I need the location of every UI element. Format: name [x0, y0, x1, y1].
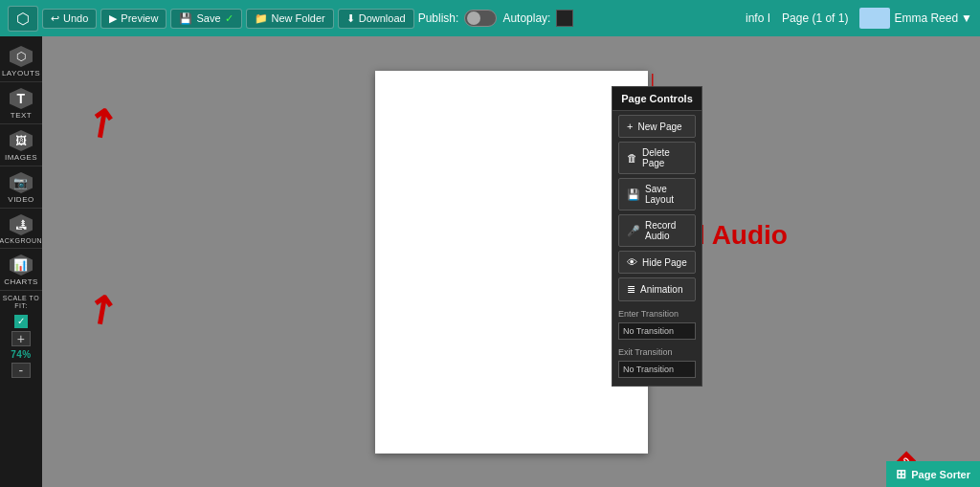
user-dropdown-icon: ▼ — [961, 11, 972, 25]
user-name: Emma Reed — [894, 11, 958, 25]
page-sorter-button[interactable]: ⊞ Page Sorter — [886, 461, 980, 487]
delete-page-icon: 🗑 — [627, 152, 637, 164]
info-link[interactable]: info I — [746, 11, 770, 25]
slide-canvas[interactable] — [375, 71, 648, 454]
arrow-left-top: ↙ — [77, 98, 128, 152]
new-page-button[interactable]: + New Page — [618, 115, 696, 138]
autoplay-label: Autoplay: — [502, 11, 550, 25]
hide-page-button[interactable]: 👁 Hide Page — [618, 251, 696, 274]
canvas-area[interactable]: ↓ ↙ ↙ Page Controls + New Page 🗑 Delete … — [42, 36, 980, 487]
images-icon: 🖼 — [10, 130, 33, 151]
publish-area: Publish: Autoplay: — [418, 10, 574, 27]
autoplay-checkbox[interactable] — [556, 10, 573, 27]
enter-transition-section: Enter Transition No Transition — [612, 305, 702, 343]
save-layout-button[interactable]: 💾 Save Layout — [618, 178, 696, 210]
save-layout-icon: 💾 — [627, 188, 640, 201]
download-label: Download — [359, 12, 406, 24]
hide-page-icon: 👁 — [627, 256, 637, 268]
sidebar: ⬡ LAYOUTS T TEXT 🖼 IMAGES 📷 VIDEO 🏞 BACK… — [0, 36, 42, 487]
hide-page-label: Hide Page — [642, 257, 687, 268]
sidebar-item-charts[interactable]: 📊 CHARTS — [0, 249, 42, 291]
new-page-icon: + — [627, 121, 633, 132]
exit-transition-section: Exit Transition No Transition — [612, 343, 702, 386]
arrow-left-bottom: ↙ — [77, 284, 128, 339]
background-icon: 🏞 — [10, 214, 33, 235]
charts-icon: 📊 — [10, 255, 33, 276]
undo-button[interactable]: ↩ Undo — [42, 9, 97, 29]
preview-button[interactable]: ▶ Preview — [100, 9, 167, 29]
sidebar-item-text[interactable]: T TEXT — [0, 82, 42, 124]
exit-transition-select[interactable]: No Transition — [618, 361, 696, 378]
toolbar: ⬡ ↩ Undo ▶ Preview 💾 Save ✓ 📁 New Folder… — [0, 0, 980, 36]
sidebar-item-background[interactable]: 🏞 BACKGROUND — [0, 209, 42, 249]
undo-label: Undo — [63, 12, 88, 24]
scale-controls: SCALE TO FIT: ✓ + 74% - — [0, 291, 42, 383]
sidebar-item-video[interactable]: 📷 VIDEO — [0, 166, 42, 209]
page-indicator: Page (1 of 1) — [782, 11, 848, 25]
save-layout-label: Save Layout — [645, 184, 687, 205]
animation-button[interactable]: ≣ Animation — [618, 277, 696, 301]
panel-title: Page Controls — [612, 87, 702, 111]
sidebar-text-label: TEXT — [11, 111, 32, 120]
exit-transition-label: Exit Transition — [618, 347, 696, 357]
animation-label: Animation — [640, 284, 682, 295]
delete-page-label: Delete Page — [642, 147, 687, 168]
logo-icon: ⬡ — [16, 10, 30, 28]
sidebar-charts-label: CHARTS — [4, 277, 38, 286]
download-icon: ⬇ — [346, 12, 355, 25]
save-button[interactable]: 💾 Save ✓ — [170, 9, 241, 29]
zoom-out-button[interactable]: - — [11, 363, 31, 378]
logo-button[interactable]: ⬡ — [8, 6, 38, 32]
main-area: ⬡ LAYOUTS T TEXT 🖼 IMAGES 📷 VIDEO 🏞 BACK… — [0, 36, 980, 487]
delete-page-button[interactable]: 🗑 Delete Page — [618, 142, 696, 174]
toggle-knob — [467, 11, 480, 25]
scale-label: SCALE TO FIT: — [2, 295, 40, 311]
scale-fit-checkbox[interactable]: ✓ — [14, 315, 28, 328]
save-icon: 💾 — [179, 12, 192, 25]
enter-transition-select[interactable]: No Transition — [618, 322, 696, 340]
sidebar-item-images[interactable]: 🖼 IMAGES — [0, 124, 42, 166]
publish-label: Publish: — [418, 11, 459, 25]
folder-icon: 📁 — [255, 12, 268, 25]
publish-toggle[interactable] — [464, 10, 497, 27]
zoom-in-button[interactable]: + — [11, 331, 31, 346]
record-audio-button[interactable]: 🎤 Record Audio — [618, 214, 696, 247]
sidebar-images-label: IMAGES — [5, 153, 37, 162]
page-controls-panel: Page Controls + New Page 🗑 Delete Page 💾… — [612, 86, 702, 387]
new-folder-label: New Folder — [272, 12, 325, 24]
sidebar-video-label: VIDEO — [8, 195, 33, 204]
record-audio-icon: 🎤 — [627, 225, 640, 237]
undo-icon: ↩ — [51, 12, 59, 25]
video-icon: 📷 — [10, 172, 33, 193]
sidebar-item-layouts[interactable]: ⬡ LAYOUTS — [0, 40, 42, 82]
save-check: ✓ — [225, 12, 234, 25]
text-icon: T — [10, 88, 33, 109]
sidebar-background-label: BACKGROUND — [0, 237, 48, 244]
preview-icon: ▶ — [109, 12, 117, 25]
layouts-icon: ⬡ — [10, 46, 33, 67]
new-folder-button[interactable]: 📁 New Folder — [246, 9, 334, 29]
preview-label: Preview — [121, 12, 158, 24]
user-color-swatch — [859, 8, 890, 29]
record-audio-label: Record Audio — [645, 220, 687, 241]
animation-icon: ≣ — [627, 283, 635, 296]
zoom-level: 74% — [11, 349, 32, 360]
enter-transition-label: Enter Transition — [618, 309, 696, 319]
sidebar-layouts-label: LAYOUTS — [2, 69, 40, 77]
download-button[interactable]: ⬇ Download — [338, 9, 414, 29]
page-sorter-icon: ⊞ — [896, 467, 906, 481]
new-page-label: New Page — [637, 122, 681, 132]
save-label: Save — [196, 12, 220, 24]
user-menu[interactable]: Emma Reed ▼ — [894, 11, 972, 25]
page-sorter-label: Page Sorter — [911, 469, 970, 480]
